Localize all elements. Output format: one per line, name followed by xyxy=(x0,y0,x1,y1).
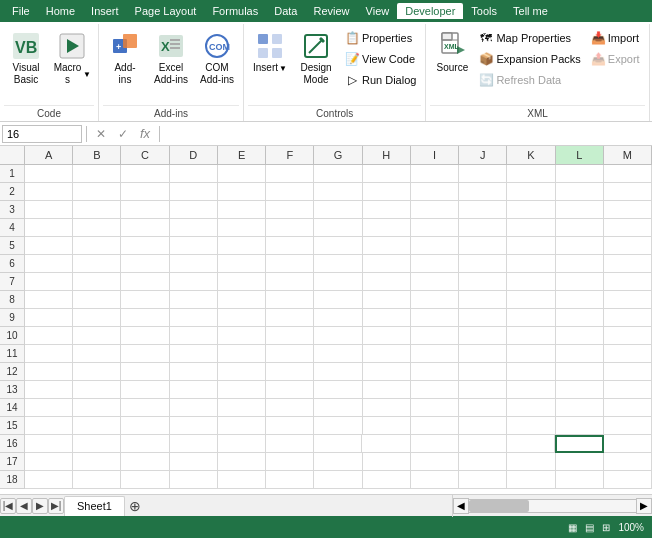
cell-r3-c4[interactable] xyxy=(218,201,266,219)
cell-r11-c12[interactable] xyxy=(604,345,652,363)
cell-r13-c3[interactable] xyxy=(170,381,218,399)
row-header-12[interactable]: 12 xyxy=(0,363,25,381)
cell-r2-c6[interactable] xyxy=(314,183,362,201)
cell-r4-c1[interactable] xyxy=(73,219,121,237)
row-header-3[interactable]: 3 xyxy=(0,201,25,219)
cell-r14-c2[interactable] xyxy=(121,399,169,417)
row-header-9[interactable]: 9 xyxy=(0,309,25,327)
row-header-16[interactable]: 16 xyxy=(0,435,25,453)
cell-r10-c8[interactable] xyxy=(411,327,459,345)
cell-r5-c5[interactable] xyxy=(266,237,314,255)
cell-r3-c1[interactable] xyxy=(73,201,121,219)
row-header-11[interactable]: 11 xyxy=(0,345,25,363)
cell-r10-c5[interactable] xyxy=(266,327,314,345)
formula-input[interactable] xyxy=(164,125,650,143)
cell-r13-c0[interactable] xyxy=(25,381,73,399)
cell-r15-c3[interactable] xyxy=(170,417,218,435)
cell-r14-c12[interactable] xyxy=(604,399,652,417)
cancel-button[interactable]: ✕ xyxy=(91,125,111,143)
cell-r13-c12[interactable] xyxy=(604,381,652,399)
cell-r6-c6[interactable] xyxy=(314,255,362,273)
confirm-button[interactable]: ✓ xyxy=(113,125,133,143)
cell-r9-c6[interactable] xyxy=(314,309,362,327)
cell-r4-c8[interactable] xyxy=(411,219,459,237)
cell-r15-c7[interactable] xyxy=(363,417,411,435)
menu-view[interactable]: View xyxy=(358,3,398,19)
cell-r8-c9[interactable] xyxy=(459,291,507,309)
cell-r11-c1[interactable] xyxy=(73,345,121,363)
cell-r14-c3[interactable] xyxy=(170,399,218,417)
cell-r7-c4[interactable] xyxy=(218,273,266,291)
cell-r4-c11[interactable] xyxy=(556,219,604,237)
menu-page-layout[interactable]: Page Layout xyxy=(127,3,205,19)
cell-r8-c1[interactable] xyxy=(73,291,121,309)
cell-r1-c0[interactable] xyxy=(25,165,73,183)
cell-r12-c6[interactable] xyxy=(314,363,362,381)
cell-r18-c4[interactable] xyxy=(218,471,266,489)
cell-r17-c6[interactable] xyxy=(314,453,362,471)
cell-r8-c0[interactable] xyxy=(25,291,73,309)
cell-r14-c9[interactable] xyxy=(459,399,507,417)
col-header-b[interactable]: B xyxy=(73,146,121,164)
cell-r18-c2[interactable] xyxy=(121,471,169,489)
cell-r15-c4[interactable] xyxy=(218,417,266,435)
cell-r4-c2[interactable] xyxy=(121,219,169,237)
cell-r17-c2[interactable] xyxy=(121,453,169,471)
view-code-button[interactable]: 📝 View Code xyxy=(340,49,421,69)
cell-r10-c2[interactable] xyxy=(121,327,169,345)
row-header-4[interactable]: 4 xyxy=(0,219,25,237)
cell-r5-c2[interactable] xyxy=(121,237,169,255)
cell-r11-c6[interactable] xyxy=(314,345,362,363)
function-button[interactable]: fx xyxy=(135,125,155,143)
sheet-nav-next[interactable]: ▶ xyxy=(32,498,48,514)
cell-r17-c9[interactable] xyxy=(459,453,507,471)
add-sheet-button[interactable]: ⊕ xyxy=(125,496,145,516)
cell-r9-c11[interactable] xyxy=(556,309,604,327)
cell-r16-c7[interactable] xyxy=(362,435,410,453)
cell-r17-c10[interactable] xyxy=(507,453,555,471)
cell-r18-c1[interactable] xyxy=(73,471,121,489)
cell-r7-c6[interactable] xyxy=(314,273,362,291)
cell-r3-c10[interactable] xyxy=(507,201,555,219)
cell-r16-c3[interactable] xyxy=(170,435,218,453)
add-ins-button[interactable]: + Add-ins xyxy=(103,26,147,89)
cell-r2-c11[interactable] xyxy=(556,183,604,201)
cell-r1-c6[interactable] xyxy=(314,165,362,183)
cell-r7-c3[interactable] xyxy=(170,273,218,291)
menu-developer[interactable]: Developer xyxy=(397,3,463,19)
cell-r9-c7[interactable] xyxy=(363,309,411,327)
cell-r18-c9[interactable] xyxy=(459,471,507,489)
cell-r13-c1[interactable] xyxy=(73,381,121,399)
cell-r5-c7[interactable] xyxy=(363,237,411,255)
cell-r5-c4[interactable] xyxy=(218,237,266,255)
cell-r15-c11[interactable] xyxy=(556,417,604,435)
cell-r18-c11[interactable] xyxy=(556,471,604,489)
cell-r17-c0[interactable] xyxy=(25,453,73,471)
cell-r12-c2[interactable] xyxy=(121,363,169,381)
menu-file[interactable]: File xyxy=(4,3,38,19)
cell-r1-c7[interactable] xyxy=(363,165,411,183)
row-header-13[interactable]: 13 xyxy=(0,381,25,399)
cell-r14-c4[interactable] xyxy=(218,399,266,417)
cell-r3-c2[interactable] xyxy=(121,201,169,219)
cell-r7-c12[interactable] xyxy=(604,273,652,291)
cell-r8-c3[interactable] xyxy=(170,291,218,309)
cell-r2-c3[interactable] xyxy=(170,183,218,201)
cell-r1-c3[interactable] xyxy=(170,165,218,183)
cell-r14-c0[interactable] xyxy=(25,399,73,417)
col-header-e[interactable]: E xyxy=(218,146,266,164)
cell-r8-c6[interactable] xyxy=(314,291,362,309)
cell-r5-c6[interactable] xyxy=(314,237,362,255)
cell-r11-c10[interactable] xyxy=(507,345,555,363)
cell-r17-c11[interactable] xyxy=(556,453,604,471)
row-header-14[interactable]: 14 xyxy=(0,399,25,417)
cell-r7-c5[interactable] xyxy=(266,273,314,291)
cell-r9-c3[interactable] xyxy=(170,309,218,327)
cell-r16-c11[interactable] xyxy=(555,435,604,453)
col-header-f[interactable]: F xyxy=(266,146,314,164)
macros-button[interactable]: Macros ▼ xyxy=(50,26,94,89)
insert-button[interactable]: Insert ▼ xyxy=(248,26,292,77)
cell-r1-c5[interactable] xyxy=(266,165,314,183)
cell-r11-c11[interactable] xyxy=(556,345,604,363)
cell-r6-c5[interactable] xyxy=(266,255,314,273)
